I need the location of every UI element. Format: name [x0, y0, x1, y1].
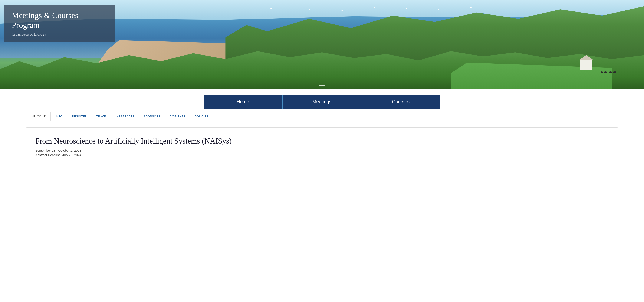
hero-subtitle: Crossroads of Biology	[12, 32, 108, 37]
hero-boat	[309, 9, 310, 9]
event-title: From Neuroscience to Artificially Intell…	[35, 136, 609, 146]
tab-payments[interactable]: PAYMENTS	[165, 112, 190, 121]
tab-sponsors[interactable]: SPONSORS	[139, 112, 165, 121]
tab-info[interactable]: INFO	[51, 112, 67, 121]
event-date: September 28 - October 2, 2024	[35, 149, 609, 152]
nav-home-button[interactable]: Home	[204, 95, 282, 109]
primary-nav: Home Meetings Courses	[0, 89, 644, 109]
hero-house	[580, 59, 592, 70]
tab-policies[interactable]: POLICIES	[190, 112, 213, 121]
hero-boat	[406, 8, 407, 9]
hero-boat	[374, 7, 374, 8]
hero-boat	[470, 7, 472, 8]
main-content: From Neuroscience to Artificially Intell…	[0, 121, 644, 172]
tab-welcome[interactable]: WELCOME	[26, 112, 51, 121]
nav-courses-button[interactable]: Courses	[362, 95, 440, 109]
hero-crowd	[601, 68, 618, 73]
hero-motorboat	[483, 12, 485, 14]
hero-overlay: Meetings & Courses Program Crossroads of…	[4, 5, 115, 42]
tab-register[interactable]: REGISTER	[67, 112, 92, 121]
hero-boat	[270, 8, 272, 9]
hero-banner: Meetings & Courses Program Crossroads of…	[0, 0, 644, 89]
nav-meetings-button[interactable]: Meetings	[282, 95, 362, 109]
event-deadline: Abstract Deadline: July 29, 2024	[35, 153, 609, 157]
tab-abstracts[interactable]: ABSTRACTS	[112, 112, 139, 121]
event-card: From Neuroscience to Artificially Intell…	[26, 127, 618, 165]
tab-travel[interactable]: TRAVEL	[92, 112, 112, 121]
slide-indicator	[319, 85, 325, 86]
hero-title: Meetings & Courses Program	[12, 11, 108, 30]
tab-nav: WELCOME INFO REGISTER TRAVEL ABSTRACTS S…	[0, 112, 644, 121]
